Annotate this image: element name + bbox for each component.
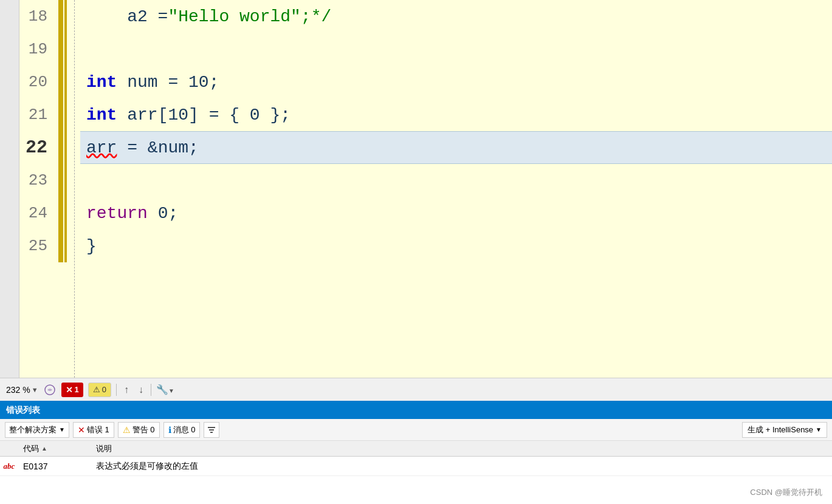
error-circle-x-icon: ✕ <box>78 425 85 435</box>
svg-rect-1 <box>208 427 215 428</box>
error-count-badge[interactable]: ✕ 1 <box>61 383 83 397</box>
build-intellisense-label: 生成 + IntelliSense <box>748 424 813 435</box>
brand-watermark: CSDN @睡觉待开机 <box>750 487 822 498</box>
puzzle-icon[interactable] <box>43 383 57 397</box>
dash-line-area <box>68 0 80 378</box>
solution-label: 整个解决方案 <box>9 424 57 435</box>
var-arr-assign: arr <box>86 138 117 157</box>
status-bar: 232 % ▼ ✕ 1 ⚠ 0 ↑ ↓ 🔧▼ <box>0 378 832 401</box>
warning-count-label: 0 <box>102 385 106 394</box>
line-24: 24 <box>19 197 51 230</box>
message-filter-label: 消息 0 <box>173 424 196 435</box>
build-icon[interactable]: 🔧▼ <box>156 384 174 395</box>
code-text: a2 = <box>86 7 168 26</box>
abc-icon: abc <box>4 461 15 471</box>
closing-brace: } <box>86 237 97 256</box>
zoom-value: 232 % <box>6 385 30 395</box>
assign-op: = &num; <box>117 138 198 157</box>
return-val: 0; <box>148 204 178 223</box>
error-row-code: E0137 <box>18 461 91 471</box>
sort-arrow-icon: ▲ <box>41 445 47 452</box>
solution-scope-dropdown[interactable]: 整个解决方案 ▼ <box>5 422 69 438</box>
kw-int-21: int <box>86 106 117 124</box>
code-line-21: int arr[10] = { 0 }; <box>86 98 832 131</box>
solution-dropdown-arrow: ▼ <box>59 426 65 433</box>
error-table: 代码 ▲ 说明 abc E0137 表达式必须是可修改的左值 <box>0 441 832 504</box>
kw-return: return <box>86 204 148 223</box>
zoom-dropdown-arrow[interactable]: ▼ <box>32 386 38 393</box>
error-x-icon: ✕ <box>66 385 73 395</box>
line-18: 18 <box>19 0 51 33</box>
code-line-19 <box>86 33 832 66</box>
code-line-25: } <box>86 230 832 262</box>
divider-1 <box>116 384 117 396</box>
nav-up-arrow[interactable]: ↑ <box>122 383 131 397</box>
warning-filter-label: 警告 0 <box>132 424 155 435</box>
error-list-panel: 错误列表 整个解决方案 ▼ ✕ 错误 1 ⚠ 警告 0 ℹ 消息 0 生成 <box>0 401 832 504</box>
var-num: num = 10; <box>117 73 219 92</box>
error-row-0[interactable]: abc E0137 表达式必须是可修改的左值 <box>0 457 832 476</box>
yellow-bar-1 <box>58 0 63 262</box>
svg-rect-3 <box>210 432 213 433</box>
var-arr-decl: arr[10] = { 0 }; <box>117 106 291 124</box>
build-intellisense-dropdown[interactable]: 生成 + IntelliSense ▼ <box>742 422 827 438</box>
kw-int-20: int <box>86 73 117 92</box>
svg-rect-2 <box>209 429 214 431</box>
code-line-20: int num = 10; <box>86 66 832 98</box>
code-string: "Hello world"; <box>168 7 311 26</box>
code-line-23 <box>86 164 832 197</box>
code-line-18: a2 = "Hello world";*/ <box>86 0 832 33</box>
error-row-desc: 表达式必须是可修改的左值 <box>91 461 832 472</box>
warning-triangle-icon: ⚠ <box>93 385 100 394</box>
line-23: 23 <box>19 164 51 197</box>
error-list-title: 错误列表 <box>6 405 40 416</box>
code-editor: 18 19 20 21 22 23 24 25 a2 = "Hello worl… <box>0 0 832 378</box>
indicator-bars <box>56 0 68 378</box>
code-comment: */ <box>311 7 332 26</box>
col-code-label: 代码 <box>23 443 39 454</box>
code-line-22: arr = &num; <box>80 131 832 164</box>
col-header-code[interactable]: 代码 ▲ <box>18 443 91 454</box>
warning-filter-button[interactable]: ⚠ 警告 0 <box>118 422 160 438</box>
error-list-toolbar: 整个解决方案 ▼ ✕ 错误 1 ⚠ 警告 0 ℹ 消息 0 生成 + Intel… <box>0 419 832 441</box>
zoom-control[interactable]: 232 % ▼ <box>6 385 38 395</box>
error-code-text: E0137 <box>23 461 47 471</box>
error-desc-text: 表达式必须是可修改的左值 <box>96 461 198 471</box>
left-sidebar <box>0 0 19 378</box>
error-filter-label: 错误 1 <box>87 424 109 435</box>
error-table-header: 代码 ▲ 说明 <box>0 441 832 457</box>
error-list-header: 错误列表 <box>0 402 832 419</box>
build-dropdown-arrow: ▼ <box>816 426 822 433</box>
line-21: 21 <box>19 98 51 131</box>
info-icon: ℹ <box>168 425 171 435</box>
brand-text: CSDN @睡觉待开机 <box>750 488 822 497</box>
line-19: 19 <box>19 33 51 66</box>
error-row-icon: abc <box>0 461 18 471</box>
line-numbers: 18 19 20 21 22 23 24 25 <box>19 0 56 378</box>
message-filter-button[interactable]: ℹ 消息 0 <box>163 422 201 438</box>
code-line-24: return 0; <box>86 197 832 230</box>
warning-count-badge[interactable]: ⚠ 0 <box>88 383 111 397</box>
line-22: 22 <box>19 131 51 164</box>
line-20: 20 <box>19 66 51 98</box>
error-filter-button[interactable]: ✕ 错误 1 <box>73 422 114 438</box>
warning-tri-icon: ⚠ <box>123 425 131 435</box>
col-header-desc[interactable]: 说明 <box>91 443 832 454</box>
code-content[interactable]: a2 = "Hello world";*/ int num = 10; int … <box>80 0 832 378</box>
extra-filter-button[interactable] <box>204 422 219 438</box>
nav-down-arrow[interactable]: ↓ <box>136 383 146 397</box>
error-count-label: 1 <box>75 385 79 394</box>
col-desc-label: 说明 <box>96 444 112 453</box>
dash-line <box>74 0 75 378</box>
divider-2 <box>151 384 151 396</box>
line-25: 25 <box>19 230 51 262</box>
